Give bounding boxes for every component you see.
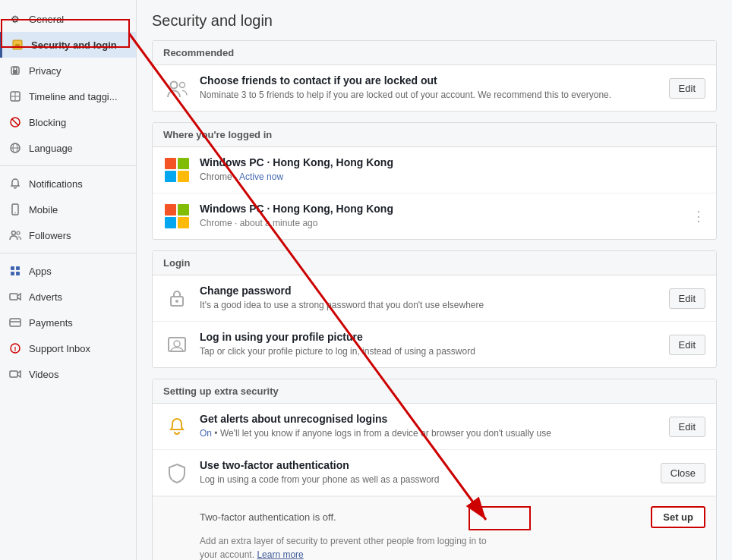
adverts-icon xyxy=(8,289,23,304)
two-factor-action: Close xyxy=(661,463,705,483)
change-password-action: Edit xyxy=(669,288,705,309)
session-2-more-button[interactable]: ⋮ xyxy=(692,209,705,224)
mobile-icon xyxy=(8,202,23,217)
session-2-content: Windows PC · Hong Kong, Hong Kong Chrome… xyxy=(200,203,683,230)
privacy-icon xyxy=(8,63,23,78)
lock-icon xyxy=(10,37,25,52)
windows-icon-2 xyxy=(163,203,191,230)
change-password-row: Change password It's a good idea to use … xyxy=(153,275,716,322)
two-factor-title: Use two-factor authentication xyxy=(200,459,652,471)
session-2-title: Windows PC · Hong Kong, Hong Kong xyxy=(200,203,683,215)
unrecognised-logins-desc-suffix: • We'll let you know if anyone logs in f… xyxy=(212,428,551,439)
sidebar-item-support-inbox[interactable]: ! Support Inbox xyxy=(0,335,136,361)
change-password-edit-button[interactable]: Edit xyxy=(669,288,705,309)
two-factor-close-button[interactable]: Close xyxy=(661,463,705,483)
sidebar-item-language[interactable]: Language xyxy=(0,135,136,161)
session-1-desc: Chrome · Active now xyxy=(200,171,705,184)
trusted-friends-edit-action: Edit xyxy=(669,78,705,99)
svg-rect-16 xyxy=(11,266,14,270)
session-2-desc: Chrome · about a minute ago xyxy=(200,217,683,230)
video-icon xyxy=(8,367,23,382)
gear-icon: ⚙ xyxy=(8,11,23,27)
recommended-header: Recommended xyxy=(153,41,716,65)
block-icon xyxy=(8,115,23,130)
svg-point-27 xyxy=(180,83,185,88)
trusted-friends-edit-button[interactable]: Edit xyxy=(669,78,705,99)
two-factor-actions: Two-factor authentication is off. Set up xyxy=(200,506,705,528)
learn-more-link[interactable]: Learn more xyxy=(257,549,303,560)
bell-icon xyxy=(8,176,23,191)
session-1-content: Windows PC · Hong Kong, Hong Kong Chrome… xyxy=(200,156,705,184)
profile-login-icon xyxy=(163,331,191,358)
sidebar-item-payments[interactable]: Payments xyxy=(0,310,136,335)
profile-login-desc: Tap or click your profile picture to log… xyxy=(200,345,660,358)
profile-login-title: Log in using your profile picture xyxy=(200,331,660,343)
unrecognised-logins-edit-button[interactable]: Edit xyxy=(669,417,705,437)
globe-icon xyxy=(8,140,23,156)
two-factor-desc: Log in using a code from your phone as w… xyxy=(200,473,652,486)
trusted-friends-desc: Nominate 3 to 5 friends to help if you a… xyxy=(200,89,660,102)
svg-point-15 xyxy=(17,231,20,234)
change-password-icon xyxy=(163,285,191,312)
sidebar-item-notifications[interactable]: Notifications xyxy=(0,171,136,197)
shield-icon xyxy=(163,459,191,486)
sidebar-item-security-login[interactable]: Security and login xyxy=(0,32,136,58)
trusted-friends-content: Choose friends to contact if you are loc… xyxy=(200,74,660,102)
svg-point-13 xyxy=(14,212,16,214)
profile-login-content: Log in using your profile picture Tap or… xyxy=(200,331,660,358)
sidebar-item-apps[interactable]: Apps xyxy=(0,258,136,284)
sidebar-item-blocking[interactable]: Blocking xyxy=(0,109,136,135)
two-factor-setup-button[interactable]: Set up xyxy=(651,506,705,528)
svg-point-29 xyxy=(175,300,178,303)
windows-icon-1 xyxy=(163,156,191,184)
main-content: Security and login Recommended Choose fr… xyxy=(137,0,732,560)
login-header: Login xyxy=(153,251,716,275)
sidebar-item-timeline[interactable]: Timeline and taggi... xyxy=(0,83,136,109)
extra-security-header: Setting up extra security xyxy=(153,379,716,404)
svg-text:!: ! xyxy=(14,345,17,353)
unrecognised-logins-action: Edit xyxy=(669,417,705,437)
svg-rect-18 xyxy=(11,272,14,275)
login-section: Login Change password It's a good idea t… xyxy=(152,250,717,368)
sidebar-item-videos[interactable]: Videos xyxy=(0,361,136,387)
two-factor-sub: Add an extra layer of security to preven… xyxy=(200,534,705,560)
svg-line-8 xyxy=(12,119,19,126)
unrecognised-logins-desc: On • We'll let you know if anyone logs i… xyxy=(200,427,660,440)
sidebar-item-privacy[interactable]: Privacy xyxy=(0,58,136,83)
svg-point-26 xyxy=(171,82,178,89)
session-1-status: Active now xyxy=(239,171,283,182)
friends-icon xyxy=(163,74,191,102)
two-factor-row: Use two-factor authentication Log in usi… xyxy=(153,450,716,496)
session-2-row: Windows PC · Hong Kong, Hong Kong Chrome… xyxy=(153,193,716,239)
trusted-friends-title: Choose friends to contact if you are loc… xyxy=(200,74,660,87)
sidebar: ⚙ General Security and login Privacy Tim… xyxy=(0,0,137,560)
svg-rect-3 xyxy=(13,70,17,74)
profile-login-row: Log in using your profile picture Tap or… xyxy=(153,322,716,367)
payments-icon xyxy=(8,315,23,330)
change-password-title: Change password xyxy=(200,285,660,297)
unrecognised-logins-content: Get alerts about unrecognised logins On … xyxy=(200,413,660,440)
recommended-section: Recommended Choose friends to contact if… xyxy=(152,40,717,112)
profile-login-edit-button[interactable]: Edit xyxy=(669,335,705,355)
trusted-friends-row: Choose friends to contact if you are loc… xyxy=(153,65,716,111)
svg-rect-1 xyxy=(15,44,20,48)
sidebar-item-general[interactable]: ⚙ General xyxy=(0,6,136,32)
support-icon: ! xyxy=(8,341,23,356)
page-title: Security and login xyxy=(152,12,717,30)
sidebar-item-adverts[interactable]: Adverts xyxy=(0,284,136,310)
sidebar-item-followers[interactable]: Followers xyxy=(0,222,136,248)
unrecognised-logins-title: Get alerts about unrecognised logins xyxy=(200,413,660,425)
session-1-row: Windows PC · Hong Kong, Hong Kong Chrome… xyxy=(153,147,716,193)
session-1-title: Windows PC · Hong Kong, Hong Kong xyxy=(200,156,705,168)
two-factor-status-text: Two-factor authentication is off. xyxy=(200,511,651,523)
unrecognised-logins-row: Get alerts about unrecognised logins On … xyxy=(153,404,716,450)
two-factor-expand: Two-factor authentication is off. Set up… xyxy=(153,496,716,560)
svg-point-14 xyxy=(12,231,16,235)
flag-icon xyxy=(8,89,23,104)
apps-icon xyxy=(8,263,23,278)
svg-rect-20 xyxy=(10,294,17,300)
sidebar-item-mobile[interactable]: Mobile xyxy=(0,197,136,222)
change-password-content: Change password It's a good idea to use … xyxy=(200,285,660,312)
svg-rect-25 xyxy=(10,371,17,377)
change-password-desc: It's a good idea to use a strong passwor… xyxy=(200,299,660,312)
